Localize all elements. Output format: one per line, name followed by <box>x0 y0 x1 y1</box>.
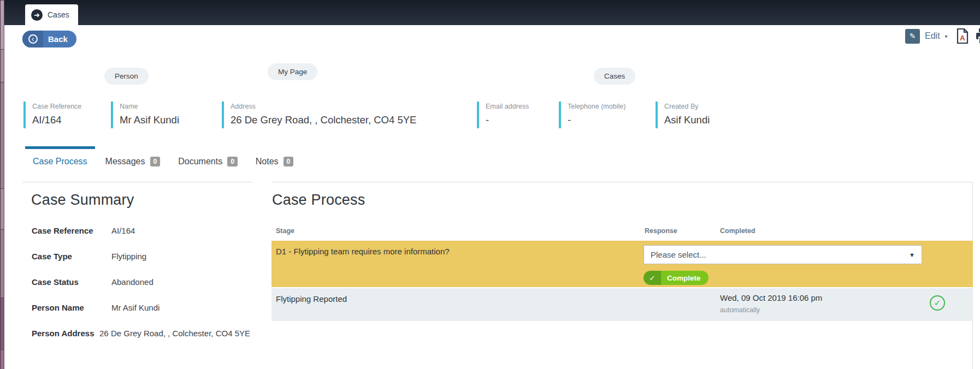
completed-by: automatically <box>720 306 760 314</box>
field-label: Address <box>231 103 416 110</box>
edit-pencil-icon[interactable]: ✎ <box>905 29 920 44</box>
count-badge: 0 <box>150 157 161 166</box>
summary-value: Abandoned <box>111 277 154 287</box>
tab-case-process[interactable]: Case Process <box>25 146 95 173</box>
summary-row: Case Status Abandoned <box>32 277 250 287</box>
case-process-panel: Case Process Stage Response Completed D1… <box>271 182 973 369</box>
count-badge: 0 <box>284 157 294 166</box>
tab-documents[interactable]: Documents 0 <box>170 146 245 173</box>
field-value: AI/164 <box>32 114 81 126</box>
window-edge-strip <box>0 0 4 369</box>
edge-strip-segment <box>0 0 4 49</box>
field-label: Email address <box>486 103 529 110</box>
chevron-down-icon[interactable]: ▾ <box>945 33 948 39</box>
summary-row: Case Type Flytipping <box>32 252 250 261</box>
stage-name: Flytipping Reported <box>276 294 347 303</box>
app-window: ➜ Cases ‹ Back ✎ Edit ▾ A Per <box>0 0 980 369</box>
top-bar <box>4 0 980 25</box>
stage-row-completed: Flytipping Reported Wed, 09 Oct 2019 16:… <box>271 288 973 321</box>
summary-row: Person Address 26 De Grey Road, , Colche… <box>32 329 250 338</box>
tab-label: Messages <box>105 157 145 166</box>
select-placeholder: Please select... <box>651 250 706 259</box>
field-value: Asif Kundi <box>664 114 710 126</box>
header-field-name: Name Mr Asif Kundi <box>111 102 179 128</box>
summary-value: Mr Asif Kundi <box>111 303 160 312</box>
back-icon-wrap: ‹ <box>22 31 43 47</box>
edge-strip-segment <box>0 297 4 349</box>
pill-person[interactable]: Person <box>104 68 149 85</box>
field-label: Created By <box>664 103 710 110</box>
header-field-created-by: Created By Asif Kundi <box>656 102 710 128</box>
chevron-left-circle-icon: ‹ <box>28 34 38 44</box>
field-value: 26 De Grey Road, , Colchester, CO4 5YE <box>231 114 416 126</box>
edge-strip-segment <box>0 82 4 188</box>
summary-label: Case Type <box>32 252 111 261</box>
tab-messages[interactable]: Messages 0 <box>98 146 168 173</box>
completed-timestamp: Wed, 09 Oct 2019 16:06 pm <box>720 293 822 302</box>
pill-person-label: Person <box>115 72 138 80</box>
window-tab-label: Cases <box>48 10 69 19</box>
count-badge: 0 <box>227 157 238 166</box>
complete-button-label: Complete <box>661 271 709 285</box>
summary-label: Case Status <box>32 277 111 287</box>
summary-label: Person Address <box>32 329 99 338</box>
check-circle-icon: ✓ <box>930 295 945 311</box>
edge-strip-segment <box>0 49 4 82</box>
tab-label: Documents <box>178 157 222 166</box>
field-label: Name <box>120 103 179 110</box>
print-icon[interactable] <box>976 28 980 44</box>
field-label: Case Reference <box>32 103 81 110</box>
edge-strip-segment <box>0 229 4 297</box>
case-process-title: Case Process <box>272 192 972 209</box>
pdf-export-icon[interactable]: A <box>956 28 969 44</box>
summary-label: Case Reference <box>32 226 111 235</box>
summary-row: Case Reference AI/164 <box>32 226 250 235</box>
tab-label: Notes <box>256 157 279 166</box>
column-header-completed: Completed <box>720 227 755 235</box>
case-summary-panel: Case Summary Case Reference AI/164 Case … <box>22 182 252 369</box>
pill-my-page-label: My Page <box>278 68 307 76</box>
svg-text:A: A <box>960 34 965 42</box>
stage-name: D1 - Flytipping team requires more infor… <box>276 247 450 256</box>
edge-strip-segment <box>0 349 4 369</box>
tab-bar: Case Process Messages 0 Documents 0 Note… <box>25 146 301 173</box>
header-field-case-reference: Case Reference AI/164 <box>23 102 81 128</box>
column-header-stage: Stage <box>276 227 294 235</box>
tab-label: Case Process <box>33 157 87 166</box>
response-select[interactable]: Please select... ▼ <box>644 245 922 264</box>
summary-value: 26 De Grey Road, , Colchester, CO4 5YE <box>99 329 250 338</box>
top-actions: ✎ Edit ▾ A <box>905 27 980 45</box>
edit-dropdown-label[interactable]: Edit <box>925 31 940 41</box>
select-caret-icon: ▼ <box>909 252 915 258</box>
header-field-address: Address 26 De Grey Road, , Colchester, C… <box>222 102 416 128</box>
column-header-response: Response <box>645 227 677 235</box>
complete-button[interactable]: ✓ Complete <box>644 271 709 285</box>
field-value: - <box>486 114 529 126</box>
edge-strip-segment <box>0 188 4 229</box>
field-value: Mr Asif Kundi <box>120 114 179 126</box>
pill-my-page[interactable]: My Page <box>268 63 317 80</box>
pill-cases[interactable]: Cases <box>594 68 635 85</box>
case-summary-title: Case Summary <box>31 192 252 209</box>
summary-value: AI/164 <box>111 226 135 235</box>
field-value: - <box>568 114 625 126</box>
check-icon: ✓ <box>644 271 661 285</box>
field-label: Telephone (mobile) <box>568 103 625 110</box>
back-button[interactable]: ‹ Back <box>22 31 76 47</box>
tab-cases-window[interactable]: ➜ Cases <box>25 4 78 25</box>
stage-row-active: D1 - Flytipping team requires more infor… <box>271 241 973 287</box>
header-field-email: Email address - <box>477 102 529 128</box>
back-button-label: Back <box>43 34 76 44</box>
summary-value: Flytipping <box>111 252 146 261</box>
header-field-telephone: Telephone (mobile) - <box>559 102 625 128</box>
summary-label: Person Name <box>32 303 111 312</box>
arrow-right-circle-icon: ➜ <box>31 9 43 21</box>
summary-row: Person Name Mr Asif Kundi <box>32 303 250 312</box>
pill-cases-label: Cases <box>604 72 625 80</box>
tab-notes[interactable]: Notes 0 <box>248 146 301 173</box>
